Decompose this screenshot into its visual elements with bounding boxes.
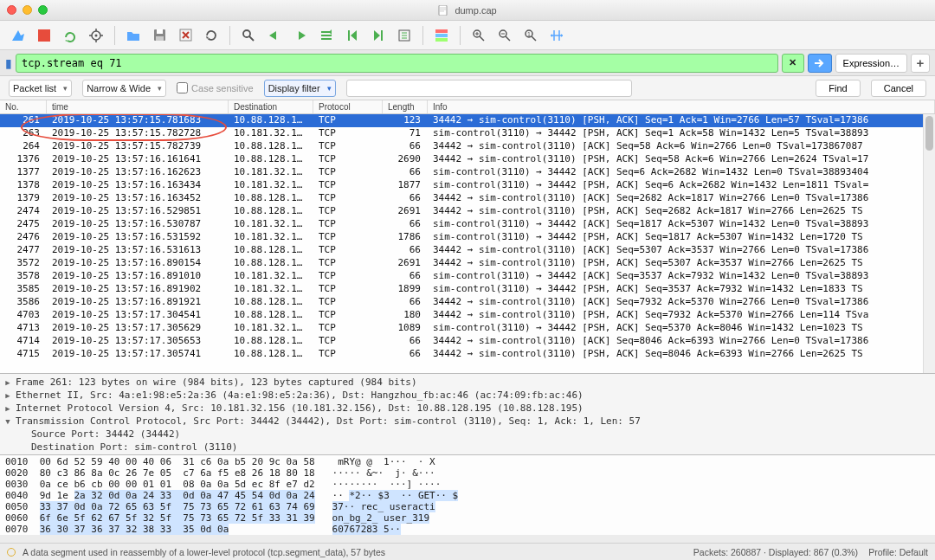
display-filter-input[interactable] bbox=[16, 54, 778, 73]
search-input[interactable] bbox=[346, 80, 632, 97]
display-filter-bar: ▮ ✕ Expression… + bbox=[0, 50, 935, 76]
svg-text:1: 1 bbox=[527, 31, 531, 37]
restart-capture-icon[interactable] bbox=[59, 24, 81, 47]
cell-len: 1089 bbox=[383, 322, 428, 335]
table-row[interactable]: 13762019-10-25 13:57:16.16164110.88.128.… bbox=[0, 153, 935, 166]
table-row[interactable]: 35862019-10-25 13:57:16.89192110.88.128.… bbox=[0, 296, 935, 309]
cell-time: 2019-10-25 13:57:16.163434 bbox=[47, 179, 229, 192]
status-profile[interactable]: Profile: Default bbox=[868, 547, 928, 557]
packet-list[interactable]: 2612019-10-25 13:57:15.78168310.88.128.1… bbox=[0, 114, 935, 374]
table-row[interactable]: 24762019-10-25 13:57:16.53159210.181.32.… bbox=[0, 231, 935, 244]
table-row[interactable]: 47142019-10-25 13:57:17.30565310.88.128.… bbox=[0, 335, 935, 348]
cell-proto: TCP bbox=[313, 335, 383, 348]
hex-ascii: ·· bbox=[332, 490, 350, 501]
expand-icon[interactable]: ▶ bbox=[3, 404, 12, 413]
close-file-icon[interactable] bbox=[174, 24, 197, 47]
svg-line-27 bbox=[532, 36, 536, 41]
table-row[interactable]: 47032019-10-25 13:57:17.30454110.88.128.… bbox=[0, 309, 935, 322]
expand-icon[interactable]: ▶ bbox=[3, 391, 12, 400]
find-packet-icon[interactable] bbox=[237, 24, 260, 47]
table-row[interactable]: 35722019-10-25 13:57:16.89015410.88.128.… bbox=[0, 257, 935, 270]
cell-no: 1377 bbox=[0, 166, 47, 179]
cell-len: 66 bbox=[383, 348, 428, 361]
go-back-icon[interactable] bbox=[263, 24, 286, 47]
bookmark-icon[interactable]: ▮ bbox=[5, 56, 12, 70]
zoom-in-icon[interactable] bbox=[468, 24, 490, 47]
shark-fin-icon[interactable] bbox=[7, 24, 29, 47]
table-row[interactable]: 47132019-10-25 13:57:17.30562910.181.32.… bbox=[0, 322, 935, 335]
col-header-time[interactable]: time bbox=[47, 100, 229, 113]
open-file-icon[interactable] bbox=[122, 24, 145, 47]
go-to-packet-icon[interactable] bbox=[315, 24, 338, 47]
table-row[interactable]: 47152019-10-25 13:57:17.30574110.88.128.… bbox=[0, 348, 935, 361]
find-bar: Packet list▾ Narrow & Wide▾ Case sensiti… bbox=[0, 76, 935, 100]
zoom-out-icon[interactable] bbox=[493, 24, 516, 47]
status-field-info: A data segment used in reassembly of a l… bbox=[23, 547, 385, 557]
cell-proto: TCP bbox=[313, 231, 383, 244]
table-row[interactable]: 35782019-10-25 13:57:16.89101010.181.32.… bbox=[0, 270, 935, 283]
cell-info: sim-control(3110) → 34442 [ACK] Seq=3537… bbox=[428, 270, 935, 283]
table-row[interactable]: 13772019-10-25 13:57:16.16262310.181.32.… bbox=[0, 166, 935, 179]
scrollbar[interactable] bbox=[923, 114, 935, 373]
save-file-icon[interactable] bbox=[148, 24, 171, 47]
stop-capture-icon[interactable] bbox=[33, 24, 55, 47]
col-header-info[interactable]: Info bbox=[428, 100, 935, 113]
hex-bytes: 0a ce b6 cb 00 00 01 01 08 0a 0a 5d ec 8… bbox=[40, 479, 315, 490]
table-row[interactable]: 13792019-10-25 13:57:16.16345210.88.128.… bbox=[0, 192, 935, 205]
cell-dest: 10.88.128.1… bbox=[229, 348, 313, 361]
apply-filter-button[interactable] bbox=[808, 54, 832, 73]
cancel-button[interactable]: Cancel bbox=[871, 80, 926, 97]
auto-scroll-icon[interactable] bbox=[393, 24, 416, 47]
cell-no: 4714 bbox=[0, 335, 47, 348]
add-filter-button[interactable]: + bbox=[911, 54, 930, 73]
zoom-reset-icon[interactable]: 1 bbox=[519, 24, 542, 47]
packet-bytes-pane[interactable]: 0010 00 6d 52 59 40 00 40 06 31 c6 0a b5… bbox=[0, 455, 935, 535]
expert-info-icon[interactable] bbox=[7, 548, 16, 557]
table-row[interactable]: 24742019-10-25 13:57:16.52985110.88.128.… bbox=[0, 205, 935, 218]
cell-len: 66 bbox=[383, 296, 428, 309]
cell-dest: 10.88.128.1… bbox=[229, 153, 313, 166]
cell-len: 66 bbox=[383, 335, 428, 348]
cell-proto: TCP bbox=[313, 127, 383, 140]
capture-options-icon[interactable] bbox=[85, 24, 107, 47]
hex-ascii: ····· &~· j· &··· bbox=[332, 467, 435, 479]
scrollbar-thumb[interactable] bbox=[925, 116, 933, 151]
clear-filter-button[interactable]: ✕ bbox=[782, 54, 804, 73]
col-header-destination[interactable]: Destination bbox=[229, 100, 313, 113]
cell-len: 1877 bbox=[383, 179, 428, 192]
find-button[interactable]: Find bbox=[816, 80, 860, 97]
col-header-protocol[interactable]: Protocol bbox=[313, 100, 383, 113]
cell-proto: TCP bbox=[313, 309, 383, 322]
resize-columns-icon[interactable] bbox=[545, 24, 568, 47]
case-checkbox[interactable] bbox=[177, 82, 188, 93]
cell-dest: 10.88.128.1… bbox=[229, 309, 313, 322]
packet-details-pane[interactable]: ▶Frame 261: 123 bytes on wire (984 bits)… bbox=[0, 374, 935, 455]
cell-dest: 10.88.128.1… bbox=[229, 335, 313, 348]
col-header-no[interactable]: No. bbox=[0, 100, 47, 113]
collapse-icon[interactable]: ▼ bbox=[3, 417, 12, 426]
cell-dest: 10.181.32.1… bbox=[229, 127, 313, 140]
table-row[interactable]: 2632019-10-25 13:57:15.78272810.181.32.1… bbox=[0, 127, 935, 140]
go-forward-icon[interactable] bbox=[289, 24, 312, 47]
go-last-packet-icon[interactable] bbox=[367, 24, 390, 47]
colorize-icon[interactable] bbox=[430, 24, 453, 47]
case-sensitive-checkbox[interactable]: Case sensitive bbox=[177, 82, 254, 93]
cell-dest: 10.88.128.1… bbox=[229, 114, 313, 127]
table-row[interactable]: 24752019-10-25 13:57:16.53078710.181.32.… bbox=[0, 218, 935, 231]
table-row[interactable]: 13782019-10-25 13:57:16.16343410.181.32.… bbox=[0, 179, 935, 192]
svg-point-12 bbox=[243, 30, 250, 37]
reload-icon[interactable] bbox=[200, 24, 222, 47]
search-in-dropdown[interactable]: Packet list▾ bbox=[9, 80, 72, 97]
table-row[interactable]: 24772019-10-25 13:57:16.53161310.88.128.… bbox=[0, 244, 935, 257]
expand-icon[interactable]: ▶ bbox=[3, 378, 12, 387]
charset-dropdown[interactable]: Narrow & Wide▾ bbox=[82, 80, 166, 97]
table-row[interactable]: 2612019-10-25 13:57:15.78168310.88.128.1… bbox=[0, 114, 935, 127]
hex-offset: 0030 bbox=[5, 479, 29, 490]
col-header-length[interactable]: Length bbox=[383, 100, 428, 113]
table-row[interactable]: 2642019-10-25 13:57:15.78273910.88.128.1… bbox=[0, 140, 935, 153]
search-type-dropdown[interactable]: Display filter▾ bbox=[264, 80, 336, 97]
cell-info: 34442 → sim-control(3110) [ACK] Seq=8046… bbox=[428, 335, 935, 348]
table-row[interactable]: 35852019-10-25 13:57:16.89190210.181.32.… bbox=[0, 283, 935, 296]
go-first-packet-icon[interactable] bbox=[341, 24, 364, 47]
expression-button[interactable]: Expression… bbox=[835, 54, 907, 73]
